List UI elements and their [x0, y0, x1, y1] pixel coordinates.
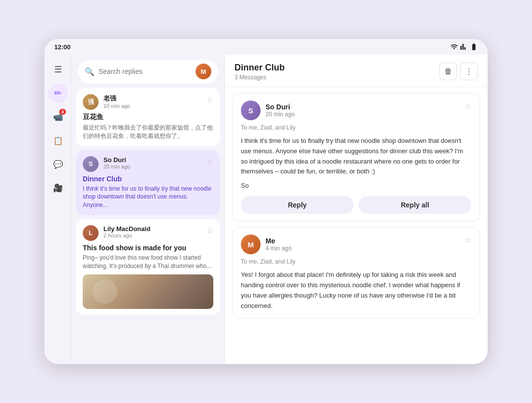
- chat-icon: 💬: [53, 160, 63, 169]
- sender-name: So Duri: [103, 156, 201, 164]
- email-body: Yes! I forgot about that place! I'm defi…: [241, 270, 471, 311]
- email-card: S So Duri 20 min ago ☆ To me, Ziad, and …: [233, 93, 480, 221]
- star-button[interactable]: ☆: [206, 157, 213, 167]
- email-sender-info: M Me 4 min ago: [241, 235, 292, 254]
- search-icon: 🔍: [85, 67, 95, 76]
- star-button[interactable]: ☆: [206, 95, 213, 104]
- avatar: 强: [83, 94, 99, 110]
- email-to: To me, Ziad, and Lily: [241, 258, 471, 265]
- email-card-header: M Me 4 min ago ☆: [241, 235, 471, 254]
- email-signature: So: [241, 182, 471, 189]
- sidebar-item-notes[interactable]: 📋: [48, 131, 68, 150]
- message-preview: I think it's time for us to finally try …: [83, 185, 213, 209]
- sender-name: Lily MacDonald: [103, 225, 201, 233]
- camera-icon: 🎥: [53, 183, 63, 193]
- message-subject: This food show is made for you: [83, 244, 213, 252]
- sidebar-item-video[interactable]: 📹 4: [48, 107, 68, 127]
- app-body: ☰ ✏ 📹 4 📋 💬 🎥 🔍: [44, 55, 488, 364]
- avatar: M: [241, 235, 261, 254]
- star-button[interactable]: ☆: [465, 235, 471, 245]
- device-frame: 12:00 ☰ ✏ 📹: [44, 39, 488, 364]
- email-card-header: S So Duri 20 min ago ☆: [241, 101, 471, 120]
- right-panel: Dinner Club 3 Messages 🗑 ⋮ S: [225, 55, 488, 364]
- avatar: L: [83, 225, 99, 241]
- thread-actions: 🗑 ⋮: [439, 63, 478, 80]
- thread-title: Dinner Club: [234, 63, 285, 73]
- left-panel: 🔍 M 强 老强 10 min ago: [72, 55, 225, 364]
- email-to: To me, Ziad, and Lily: [241, 124, 471, 131]
- email-time: 4 min ago: [266, 245, 292, 252]
- thread-header: Dinner Club 3 Messages 🗑 ⋮: [225, 55, 488, 87]
- star-button[interactable]: ☆: [465, 101, 471, 111]
- email-card: M Me 4 min ago ☆ To me, Ziad, and Lily Y…: [233, 227, 480, 318]
- compose-icon: ✏: [54, 88, 62, 99]
- status-time: 12:00: [54, 43, 70, 51]
- reply-actions: Reply Reply all: [241, 196, 471, 214]
- avatar: S: [83, 156, 99, 172]
- avatar: S: [241, 101, 261, 120]
- email-sender-info: S So Duri 20 min ago: [241, 101, 295, 120]
- reply-all-button[interactable]: Reply all: [359, 196, 471, 214]
- video-badge: 4: [59, 109, 66, 115]
- sidebar-item-menu[interactable]: ☰: [48, 60, 68, 79]
- sidebar-item-camera[interactable]: 🎥: [48, 178, 68, 198]
- message-preview: 最近忙吗？昨晚我去了你最爱的那家饭馆，点了他们的特色豆花鱼，吃着吃着就想你了。: [83, 124, 213, 140]
- message-image: [83, 274, 213, 309]
- wifi-icon: [450, 43, 458, 51]
- time-ago: 2 hours ago: [103, 233, 201, 238]
- email-body: I think it's time for us to finally try …: [241, 136, 471, 177]
- star-button[interactable]: ☆: [206, 226, 213, 235]
- image-placeholder: [83, 274, 213, 309]
- message-preview: Ping– you'd love this new food show I st…: [83, 254, 213, 270]
- sidebar-item-compose[interactable]: ✏: [48, 83, 68, 103]
- thread-messages: S So Duri 20 min ago ☆ To me, Ziad, and …: [225, 87, 488, 364]
- battery-icon: [470, 43, 478, 51]
- email-sender-name: So Duri: [266, 103, 295, 111]
- status-icons: [450, 43, 478, 51]
- message-subject: Dinner Club: [83, 175, 213, 183]
- email-sender-name: Me: [266, 237, 292, 245]
- list-item[interactable]: L Lily MacDonald 2 hours ago ☆ This food…: [76, 219, 220, 315]
- time-ago: 20 min ago: [103, 164, 201, 169]
- messages-list: 强 老强 10 min ago ☆ 豆花鱼 最近忙吗？昨晚我去了你最爱的那家饭馆…: [72, 88, 224, 364]
- delete-button[interactable]: 🗑: [439, 63, 457, 80]
- list-item[interactable]: S So Duri 20 min ago ☆ Dinner Club I thi…: [76, 150, 220, 215]
- list-item[interactable]: 强 老强 10 min ago ☆ 豆花鱼 最近忙吗？昨晚我去了你最爱的那家饭馆…: [76, 88, 220, 146]
- signal-icon: [460, 43, 468, 51]
- menu-icon: ☰: [54, 64, 62, 75]
- thread-count: 3 Messages: [234, 74, 285, 81]
- search-bar: 🔍 M: [78, 60, 218, 83]
- time-ago: 10 min ago: [103, 103, 201, 109]
- message-subject: 豆花鱼: [83, 113, 213, 122]
- reply-button[interactable]: Reply: [241, 196, 354, 214]
- sidebar: ☰ ✏ 📹 4 📋 💬 🎥: [44, 55, 72, 364]
- sender-name: 老强: [103, 94, 201, 103]
- sidebar-item-chat[interactable]: 💬: [48, 154, 68, 174]
- email-time: 20 min ago: [266, 111, 295, 118]
- search-input[interactable]: [99, 67, 192, 75]
- more-options-button[interactable]: ⋮: [460, 63, 478, 80]
- user-avatar[interactable]: M: [196, 64, 211, 79]
- status-bar: 12:00: [44, 39, 488, 55]
- notes-icon: 📋: [53, 136, 63, 145]
